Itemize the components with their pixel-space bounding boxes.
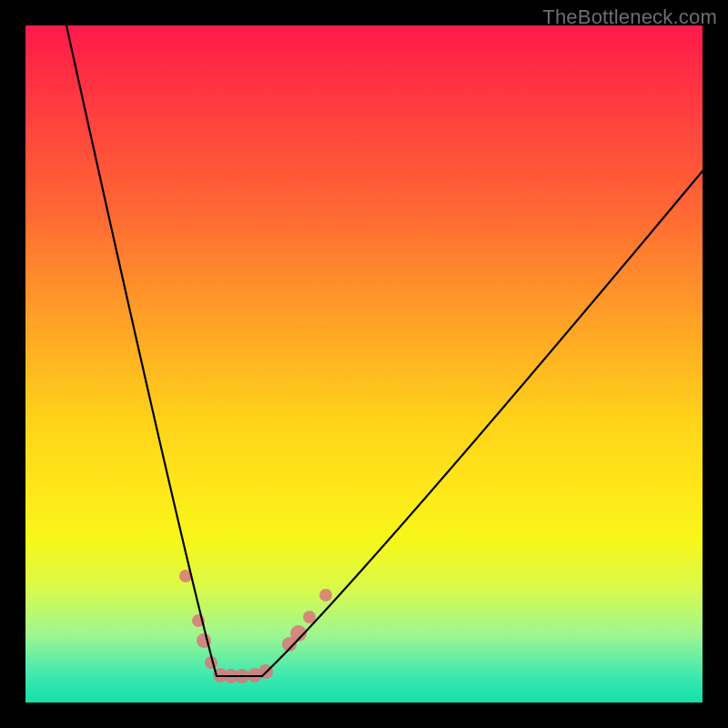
- chart-stage: TheBottleneck.com: [0, 0, 728, 728]
- watermark-text: TheBottleneck.com: [542, 5, 717, 29]
- curve-left-arm: [66, 25, 217, 676]
- curve-layer: [25, 25, 703, 703]
- plot-area: [25, 25, 703, 703]
- data-marker: [319, 589, 332, 602]
